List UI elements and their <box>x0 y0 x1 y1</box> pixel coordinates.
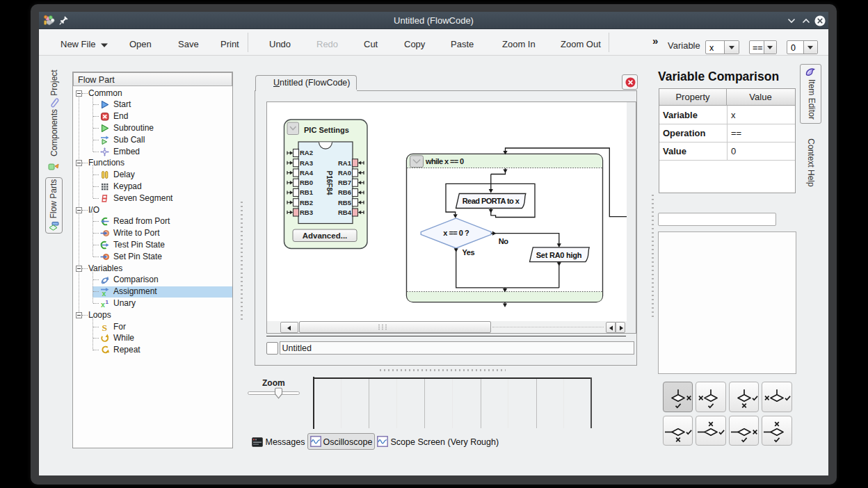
svg-text:Set RA0 high: Set RA0 high <box>536 251 582 259</box>
svg-text:RA2: RA2 <box>300 149 313 156</box>
svg-text:RB1: RB1 <box>300 188 314 196</box>
svg-text:x: x <box>101 300 105 308</box>
svg-text:RB4: RB4 <box>338 209 352 216</box>
svg-text:P16F84: P16F84 <box>326 170 333 195</box>
svg-text:RA4: RA4 <box>300 169 314 177</box>
svg-text:No: No <box>499 237 509 245</box>
svg-text:x == 0 ?: x == 0 ? <box>443 229 469 237</box>
svg-text:S: S <box>102 323 108 332</box>
svg-text:RB3: RB3 <box>300 209 313 216</box>
svg-text:while x == 0: while x == 0 <box>425 157 464 165</box>
svg-text:RB5: RB5 <box>338 199 352 206</box>
svg-text:Yes: Yes <box>463 248 475 257</box>
svg-text:PIC Settings: PIC Settings <box>304 126 349 134</box>
svg-text:RB0: RB0 <box>300 179 313 186</box>
svg-text:RA3: RA3 <box>300 159 313 167</box>
svg-text:RA1: RA1 <box>338 159 352 167</box>
svg-text:RB6: RB6 <box>338 188 351 196</box>
svg-text:1: 1 <box>106 299 109 305</box>
svg-text:Read PORTA to x: Read PORTA to x <box>463 197 520 205</box>
svg-text:RB7: RB7 <box>338 179 351 186</box>
svg-text:Advanced...: Advanced... <box>303 231 348 240</box>
svg-text:RA0: RA0 <box>338 169 351 177</box>
svg-text:RB2: RB2 <box>300 199 313 206</box>
svg-text:x: x <box>102 289 106 297</box>
